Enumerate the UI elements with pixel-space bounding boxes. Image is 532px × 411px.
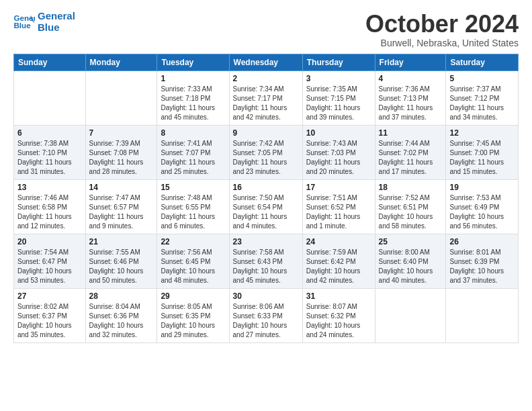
day-number: 7 xyxy=(89,128,154,138)
calendar-cell: 13Sunrise: 7:46 AMSunset: 6:58 PMDayligh… xyxy=(14,179,86,234)
day-info: Sunrise: 7:33 AMSunset: 7:18 PMDaylight:… xyxy=(161,85,225,122)
day-number: 30 xyxy=(233,291,299,301)
logo-general: General xyxy=(38,11,75,22)
day-info: Sunrise: 7:41 AMSunset: 7:07 PMDaylight:… xyxy=(161,139,225,177)
day-info: Sunrise: 7:52 AMSunset: 6:51 PMDaylight:… xyxy=(379,193,443,231)
day-info: Sunrise: 7:42 AMSunset: 7:05 PMDaylight:… xyxy=(233,139,299,177)
week-row-3: 13Sunrise: 7:46 AMSunset: 6:58 PMDayligh… xyxy=(14,179,519,234)
weekday-header-wednesday: Wednesday xyxy=(229,54,302,71)
weekday-header-saturday: Saturday xyxy=(446,54,519,71)
calendar-cell: 8Sunrise: 7:41 AMSunset: 7:07 PMDaylight… xyxy=(157,125,229,179)
calendar-cell: 7Sunrise: 7:39 AMSunset: 7:08 PMDaylight… xyxy=(85,125,157,179)
location: Burwell, Nebraska, United States xyxy=(365,38,519,48)
calendar: SundayMondayTuesdayWednesdayThursdayFrid… xyxy=(13,54,519,343)
day-info: Sunrise: 7:45 AMSunset: 7:00 PMDaylight:… xyxy=(449,139,515,177)
day-info: Sunrise: 7:38 AMSunset: 7:10 PMDaylight:… xyxy=(17,139,82,177)
day-info: Sunrise: 7:53 AMSunset: 6:49 PMDaylight:… xyxy=(449,193,515,231)
day-number: 31 xyxy=(306,291,371,301)
day-info: Sunrise: 8:04 AMSunset: 6:36 PMDaylight:… xyxy=(89,302,154,340)
logo-blue: Blue xyxy=(38,22,75,34)
day-number: 11 xyxy=(379,128,443,138)
week-row-4: 20Sunrise: 7:54 AMSunset: 6:47 PMDayligh… xyxy=(14,234,519,288)
calendar-cell: 12Sunrise: 7:45 AMSunset: 7:00 PMDayligh… xyxy=(446,125,519,179)
calendar-cell: 10Sunrise: 7:43 AMSunset: 7:03 PMDayligh… xyxy=(302,125,375,179)
day-number: 21 xyxy=(89,237,154,246)
title-block: October 2024 Burwell, Nebraska, United S… xyxy=(365,11,519,48)
calendar-cell: 27Sunrise: 8:02 AMSunset: 6:37 PMDayligh… xyxy=(14,288,86,342)
day-info: Sunrise: 8:00 AMSunset: 6:40 PMDaylight:… xyxy=(379,248,443,285)
day-number: 10 xyxy=(306,128,371,138)
calendar-cell: 2Sunrise: 7:34 AMSunset: 7:17 PMDaylight… xyxy=(229,71,302,125)
weekday-header-tuesday: Tuesday xyxy=(157,54,229,71)
day-number: 12 xyxy=(449,128,515,138)
day-number: 22 xyxy=(161,237,225,246)
day-number: 19 xyxy=(449,183,515,192)
day-info: Sunrise: 7:55 AMSunset: 6:46 PMDaylight:… xyxy=(89,248,154,285)
header: General Blue General Blue October 2024 B… xyxy=(13,11,519,48)
calendar-cell: 15Sunrise: 7:48 AMSunset: 6:55 PMDayligh… xyxy=(157,179,229,234)
calendar-cell: 23Sunrise: 7:58 AMSunset: 6:43 PMDayligh… xyxy=(229,234,302,288)
week-row-1: 1Sunrise: 7:33 AMSunset: 7:18 PMDaylight… xyxy=(14,71,519,125)
day-info: Sunrise: 8:07 AMSunset: 6:32 PMDaylight:… xyxy=(306,302,371,340)
day-info: Sunrise: 7:46 AMSunset: 6:58 PMDaylight:… xyxy=(17,193,82,231)
calendar-cell: 16Sunrise: 7:50 AMSunset: 6:54 PMDayligh… xyxy=(229,179,302,234)
day-info: Sunrise: 7:50 AMSunset: 6:54 PMDaylight:… xyxy=(233,193,299,231)
calendar-cell: 28Sunrise: 8:04 AMSunset: 6:36 PMDayligh… xyxy=(85,288,157,342)
day-info: Sunrise: 7:47 AMSunset: 6:57 PMDaylight:… xyxy=(89,193,154,231)
calendar-cell: 21Sunrise: 7:55 AMSunset: 6:46 PMDayligh… xyxy=(85,234,157,288)
day-number: 18 xyxy=(379,183,443,192)
day-number: 14 xyxy=(89,183,154,192)
calendar-cell: 17Sunrise: 7:51 AMSunset: 6:52 PMDayligh… xyxy=(302,179,375,234)
day-info: Sunrise: 8:05 AMSunset: 6:35 PMDaylight:… xyxy=(161,302,225,340)
day-number: 17 xyxy=(306,183,371,192)
day-info: Sunrise: 7:56 AMSunset: 6:45 PMDaylight:… xyxy=(161,248,225,285)
logo: General Blue General Blue xyxy=(13,11,75,33)
day-info: Sunrise: 7:43 AMSunset: 7:03 PMDaylight:… xyxy=(306,139,371,177)
svg-text:Blue: Blue xyxy=(13,21,31,30)
day-number: 15 xyxy=(161,183,225,192)
calendar-cell xyxy=(375,288,446,342)
day-number: 5 xyxy=(449,74,515,83)
day-info: Sunrise: 7:39 AMSunset: 7:08 PMDaylight:… xyxy=(89,139,154,177)
day-number: 2 xyxy=(233,74,299,83)
day-number: 27 xyxy=(17,291,82,301)
day-number: 28 xyxy=(89,291,154,301)
weekday-header-row: SundayMondayTuesdayWednesdayThursdayFrid… xyxy=(14,54,519,71)
day-number: 29 xyxy=(161,291,225,301)
day-number: 20 xyxy=(17,237,82,246)
day-info: Sunrise: 7:54 AMSunset: 6:47 PMDaylight:… xyxy=(17,248,82,285)
calendar-cell: 11Sunrise: 7:44 AMSunset: 7:02 PMDayligh… xyxy=(375,125,446,179)
day-info: Sunrise: 7:34 AMSunset: 7:17 PMDaylight:… xyxy=(233,85,299,122)
day-info: Sunrise: 7:58 AMSunset: 6:43 PMDaylight:… xyxy=(233,248,299,285)
calendar-cell: 22Sunrise: 7:56 AMSunset: 6:45 PMDayligh… xyxy=(157,234,229,288)
weekday-header-friday: Friday xyxy=(375,54,446,71)
calendar-cell: 5Sunrise: 7:37 AMSunset: 7:12 PMDaylight… xyxy=(446,71,519,125)
page: General Blue General Blue October 2024 B… xyxy=(0,0,532,350)
day-info: Sunrise: 7:35 AMSunset: 7:15 PMDaylight:… xyxy=(306,85,371,122)
calendar-cell: 25Sunrise: 8:00 AMSunset: 6:40 PMDayligh… xyxy=(375,234,446,288)
week-row-2: 6Sunrise: 7:38 AMSunset: 7:10 PMDaylight… xyxy=(14,125,519,179)
calendar-cell: 3Sunrise: 7:35 AMSunset: 7:15 PMDaylight… xyxy=(302,71,375,125)
day-info: Sunrise: 7:37 AMSunset: 7:12 PMDaylight:… xyxy=(449,85,515,122)
day-number: 13 xyxy=(17,183,82,192)
day-info: Sunrise: 8:01 AMSunset: 6:39 PMDaylight:… xyxy=(449,248,515,285)
calendar-cell: 20Sunrise: 7:54 AMSunset: 6:47 PMDayligh… xyxy=(14,234,86,288)
day-info: Sunrise: 7:59 AMSunset: 6:42 PMDaylight:… xyxy=(306,248,371,285)
day-number: 26 xyxy=(449,237,515,246)
calendar-cell: 19Sunrise: 7:53 AMSunset: 6:49 PMDayligh… xyxy=(446,179,519,234)
day-number: 1 xyxy=(161,74,225,83)
day-number: 8 xyxy=(161,128,225,138)
calendar-cell: 14Sunrise: 7:47 AMSunset: 6:57 PMDayligh… xyxy=(85,179,157,234)
calendar-cell: 26Sunrise: 8:01 AMSunset: 6:39 PMDayligh… xyxy=(446,234,519,288)
day-number: 4 xyxy=(379,74,443,83)
month-title: October 2024 xyxy=(365,11,519,38)
calendar-cell: 4Sunrise: 7:36 AMSunset: 7:13 PMDaylight… xyxy=(375,71,446,125)
day-info: Sunrise: 7:36 AMSunset: 7:13 PMDaylight:… xyxy=(379,85,443,122)
calendar-cell: 9Sunrise: 7:42 AMSunset: 7:05 PMDaylight… xyxy=(229,125,302,179)
weekday-header-thursday: Thursday xyxy=(302,54,375,71)
day-info: Sunrise: 8:02 AMSunset: 6:37 PMDaylight:… xyxy=(17,302,82,340)
day-number: 25 xyxy=(379,237,443,246)
day-number: 16 xyxy=(233,183,299,192)
calendar-cell xyxy=(446,288,519,342)
calendar-cell: 6Sunrise: 7:38 AMSunset: 7:10 PMDaylight… xyxy=(14,125,86,179)
